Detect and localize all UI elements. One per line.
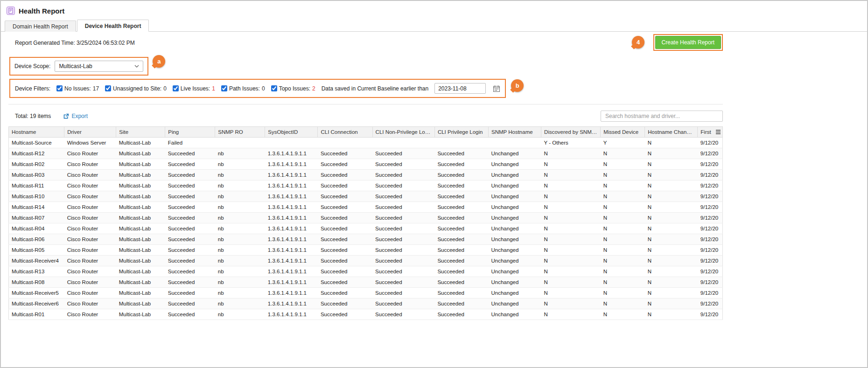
filter-no-issues[interactable]: No Issues:17 bbox=[56, 85, 99, 92]
cell-hostname: Multicast-R11 bbox=[9, 181, 64, 191]
filter-checkbox-live-issues[interactable] bbox=[173, 85, 179, 91]
cell-ping: Succeeded bbox=[165, 288, 215, 299]
cell-cli-privilege-login: Succeeded bbox=[434, 148, 488, 159]
cell-discovered-by-snmp-o: N bbox=[541, 309, 601, 320]
cell-discovered-by-snmp-o: N bbox=[541, 234, 601, 245]
cell-snmp-ro: nb bbox=[215, 299, 265, 309]
cell-first: 9/12/20 bbox=[698, 138, 723, 148]
cell-sysobjectid: 1.3.6.1.4.1.9.1.1 bbox=[265, 309, 318, 320]
cell-missed-device: N bbox=[601, 191, 645, 202]
cell-driver: Cisco Router bbox=[64, 213, 116, 223]
cell-sysobjectid: 1.3.6.1.4.1.9.1.1 bbox=[265, 277, 318, 288]
cell-cli-connection: Succeeded bbox=[318, 309, 372, 320]
cell-site: Multicast-Lab bbox=[116, 170, 165, 181]
table-row[interactable]: Multicast-R06Cisco RouterMulticast-LabSu… bbox=[9, 234, 723, 245]
column-header-snmp-hostname[interactable]: SNMP Hostname bbox=[489, 127, 541, 138]
cell-ping: Succeeded bbox=[165, 213, 215, 223]
table-row[interactable]: Multicast-R03Cisco RouterMulticast-LabSu… bbox=[9, 170, 723, 181]
cell-discovered-by-snmp-o: N bbox=[541, 256, 601, 266]
cell-ping: Succeeded bbox=[165, 170, 215, 181]
cell-sysobjectid: 1.3.6.1.4.1.9.1.1 bbox=[265, 170, 318, 181]
filter-path-issues[interactable]: Path Issues:0 bbox=[221, 85, 265, 92]
filter-label: Topo Issues: bbox=[279, 85, 310, 92]
cell-hostname-changed: N bbox=[645, 181, 698, 191]
table-row[interactable]: Multicast-R07Cisco RouterMulticast-LabSu… bbox=[9, 213, 723, 223]
table-row[interactable]: Multicast-R11Cisco RouterMulticast-LabSu… bbox=[9, 181, 723, 191]
cell-sysobjectid: 1.3.6.1.4.1.9.1.1 bbox=[265, 266, 318, 277]
column-header-snmp-ro[interactable]: SNMP RO bbox=[215, 127, 265, 138]
cell-discovered-by-snmp-o: N bbox=[541, 159, 601, 170]
cell-missed-device: N bbox=[601, 245, 645, 256]
cell-first: 9/12/20 bbox=[698, 277, 723, 288]
cell-ping: Succeeded bbox=[165, 191, 215, 202]
calendar-button[interactable] bbox=[492, 85, 500, 92]
column-header-site[interactable]: Site bbox=[116, 127, 165, 138]
filter-checkbox-path-issues[interactable] bbox=[221, 85, 227, 91]
cell-discovered-by-snmp-o: N bbox=[541, 148, 601, 159]
tab-device-health-report[interactable]: Device Health Report bbox=[77, 20, 149, 32]
cell-sysobjectid: 1.3.6.1.4.1.9.1.1 bbox=[265, 213, 318, 223]
column-header-missed-device[interactable]: Missed Device bbox=[601, 127, 645, 138]
table-row[interactable]: Multicast-R10Cisco RouterMulticast-LabSu… bbox=[9, 191, 723, 202]
cell-missed-device: N bbox=[601, 181, 645, 191]
filter-label: Live Issues: bbox=[181, 85, 210, 92]
table-row[interactable]: Multicast-R04Cisco RouterMulticast-LabSu… bbox=[9, 223, 723, 234]
create-health-report-button[interactable]: Create Health Report bbox=[655, 36, 721, 49]
table-row[interactable]: Multicast-R12Cisco RouterMulticast-LabSu… bbox=[9, 148, 723, 159]
column-header-discovered-by-snmp-o[interactable]: Discovered by SNMP O... bbox=[541, 127, 601, 138]
cell-site: Multicast-Lab bbox=[116, 181, 165, 191]
filter-checkbox-unassigned-to-site[interactable] bbox=[105, 85, 111, 91]
cell-discovered-by-snmp-o: N bbox=[541, 299, 601, 309]
cell-snmp-ro: nb bbox=[215, 234, 265, 245]
cell-ping: Succeeded bbox=[165, 245, 215, 256]
column-header-ping[interactable]: Ping bbox=[165, 127, 215, 138]
report-topbar: Report Generated Time: 3/25/2024 06:53:0… bbox=[8, 32, 723, 56]
table-row[interactable]: Multicast-R08Cisco RouterMulticast-LabSu… bbox=[9, 277, 723, 288]
cell-hostname-changed: N bbox=[645, 159, 698, 170]
cell-cli-connection: Succeeded bbox=[318, 191, 372, 202]
filter-unassigned-to-site[interactable]: Unassigned to Site:0 bbox=[105, 85, 167, 92]
tab-domain-health-report[interactable]: Domain Health Report bbox=[5, 21, 76, 32]
cell-site: Multicast-Lab bbox=[116, 213, 165, 223]
cell-first: 9/12/20 bbox=[698, 288, 723, 299]
cell-discovered-by-snmp-o: N bbox=[541, 266, 601, 277]
cell-cli-non-privilege-login: Succeeded bbox=[372, 234, 434, 245]
report-generated-time: Report Generated Time: 3/25/2024 06:53:0… bbox=[15, 40, 135, 46]
table-row[interactable]: Multicast-Receiver5Cisco RouterMulticast… bbox=[9, 288, 723, 299]
column-header-hostname-changed[interactable]: Hostname Changed bbox=[645, 127, 698, 138]
filter-checkbox-no-issues[interactable] bbox=[56, 85, 63, 91]
search-input[interactable] bbox=[601, 111, 723, 122]
title-bar: Health Report bbox=[1, 1, 867, 19]
column-header-cli-non-privilege-login[interactable]: CLI Non-Privilege Login bbox=[372, 127, 434, 138]
cell-driver: Cisco Router bbox=[64, 148, 116, 159]
table-row[interactable]: Multicast-Receiver4Cisco RouterMulticast… bbox=[9, 256, 723, 266]
cell-snmp-ro: nb bbox=[215, 202, 265, 213]
cell-cli-non-privilege-login: Succeeded bbox=[372, 181, 434, 191]
column-header-cli-connection[interactable]: CLI Connection bbox=[318, 127, 372, 138]
cell-snmp-ro: nb bbox=[215, 213, 265, 223]
filter-live-issues[interactable]: Live Issues:1 bbox=[173, 85, 215, 92]
column-settings-icon[interactable] bbox=[715, 130, 721, 135]
baseline-date-input[interactable] bbox=[434, 83, 486, 94]
table-row[interactable]: Multicast-R14Cisco RouterMulticast-LabSu… bbox=[9, 202, 723, 213]
column-header-driver[interactable]: Driver bbox=[64, 127, 116, 138]
table-row[interactable]: Multicast-R05Cisco RouterMulticast-LabSu… bbox=[9, 245, 723, 256]
column-header-hostname[interactable]: Hostname bbox=[9, 127, 64, 138]
table-row[interactable]: Multicast-R02Cisco RouterMulticast-LabSu… bbox=[9, 159, 723, 170]
table-row[interactable]: Multicast-R13Cisco RouterMulticast-LabSu… bbox=[9, 266, 723, 277]
filter-topo-issues[interactable]: Topo Issues:2 bbox=[271, 85, 315, 92]
export-button[interactable]: Export bbox=[63, 113, 88, 119]
table-row[interactable]: Multicast-Receiver6Cisco RouterMulticast… bbox=[9, 299, 723, 309]
device-scope-select[interactable]: Multicast-Lab bbox=[55, 61, 143, 72]
cell-hostname: Multicast-R06 bbox=[9, 234, 64, 245]
cell-cli-privilege-login: Succeeded bbox=[434, 223, 488, 234]
export-label: Export bbox=[71, 113, 88, 119]
table-row[interactable]: Multicast-SourceWindows ServerMulticast-… bbox=[9, 138, 723, 148]
column-header-cli-privilege-login[interactable]: CLI Privilege Login bbox=[434, 127, 488, 138]
table-row[interactable]: Multicast-R01Cisco RouterMulticast-LabSu… bbox=[9, 309, 723, 320]
filter-checkbox-topo-issues[interactable] bbox=[271, 85, 277, 91]
cell-cli-privilege-login bbox=[434, 138, 488, 148]
cell-snmp-ro: nb bbox=[215, 191, 265, 202]
column-header-first[interactable]: First bbox=[698, 127, 723, 138]
column-header-sysobjectid[interactable]: SysObjectID bbox=[265, 127, 318, 138]
